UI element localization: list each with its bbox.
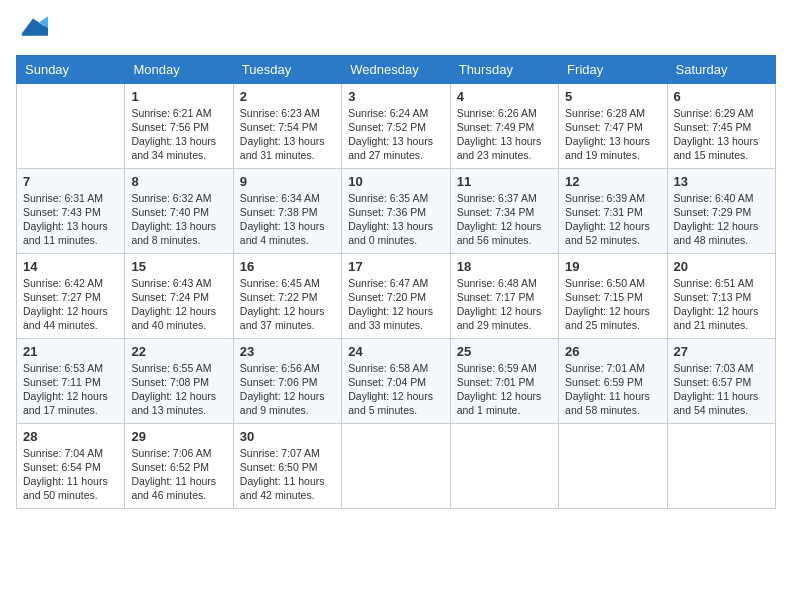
calendar-cell: 27Sunrise: 7:03 AMSunset: 6:57 PMDayligh… <box>667 338 775 423</box>
page-header <box>16 16 776 45</box>
calendar-cell: 8Sunrise: 6:32 AMSunset: 7:40 PMDaylight… <box>125 168 233 253</box>
calendar-table: SundayMondayTuesdayWednesdayThursdayFrid… <box>16 55 776 509</box>
week-row-2: 7Sunrise: 6:31 AMSunset: 7:43 PMDaylight… <box>17 168 776 253</box>
calendar-cell <box>17 83 125 168</box>
day-info: Sunrise: 6:50 AMSunset: 7:15 PMDaylight:… <box>565 276 660 333</box>
day-header-thursday: Thursday <box>450 55 558 83</box>
day-info: Sunrise: 6:59 AMSunset: 7:01 PMDaylight:… <box>457 361 552 418</box>
day-header-wednesday: Wednesday <box>342 55 450 83</box>
calendar-cell <box>667 423 775 508</box>
calendar-cell: 26Sunrise: 7:01 AMSunset: 6:59 PMDayligh… <box>559 338 667 423</box>
day-number: 24 <box>348 344 443 359</box>
day-header-friday: Friday <box>559 55 667 83</box>
calendar-cell: 5Sunrise: 6:28 AMSunset: 7:47 PMDaylight… <box>559 83 667 168</box>
day-number: 1 <box>131 89 226 104</box>
calendar-cell: 18Sunrise: 6:48 AMSunset: 7:17 PMDayligh… <box>450 253 558 338</box>
calendar-cell <box>342 423 450 508</box>
week-row-1: 1Sunrise: 6:21 AMSunset: 7:56 PMDaylight… <box>17 83 776 168</box>
day-info: Sunrise: 7:01 AMSunset: 6:59 PMDaylight:… <box>565 361 660 418</box>
day-info: Sunrise: 6:56 AMSunset: 7:06 PMDaylight:… <box>240 361 335 418</box>
day-info: Sunrise: 6:31 AMSunset: 7:43 PMDaylight:… <box>23 191 118 248</box>
calendar-cell: 6Sunrise: 6:29 AMSunset: 7:45 PMDaylight… <box>667 83 775 168</box>
day-number: 6 <box>674 89 769 104</box>
day-number: 25 <box>457 344 552 359</box>
day-info: Sunrise: 6:53 AMSunset: 7:11 PMDaylight:… <box>23 361 118 418</box>
day-info: Sunrise: 6:23 AMSunset: 7:54 PMDaylight:… <box>240 106 335 163</box>
day-info: Sunrise: 6:39 AMSunset: 7:31 PMDaylight:… <box>565 191 660 248</box>
day-info: Sunrise: 6:26 AMSunset: 7:49 PMDaylight:… <box>457 106 552 163</box>
calendar-cell <box>450 423 558 508</box>
day-info: Sunrise: 6:42 AMSunset: 7:27 PMDaylight:… <box>23 276 118 333</box>
day-info: Sunrise: 6:32 AMSunset: 7:40 PMDaylight:… <box>131 191 226 248</box>
calendar-cell: 28Sunrise: 7:04 AMSunset: 6:54 PMDayligh… <box>17 423 125 508</box>
logo-text <box>16 16 48 45</box>
day-number: 27 <box>674 344 769 359</box>
calendar-cell: 20Sunrise: 6:51 AMSunset: 7:13 PMDayligh… <box>667 253 775 338</box>
day-header-sunday: Sunday <box>17 55 125 83</box>
day-number: 8 <box>131 174 226 189</box>
day-number: 22 <box>131 344 226 359</box>
day-number: 4 <box>457 89 552 104</box>
day-info: Sunrise: 7:07 AMSunset: 6:50 PMDaylight:… <box>240 446 335 503</box>
day-header-monday: Monday <box>125 55 233 83</box>
calendar-cell: 7Sunrise: 6:31 AMSunset: 7:43 PMDaylight… <box>17 168 125 253</box>
calendar-cell: 13Sunrise: 6:40 AMSunset: 7:29 PMDayligh… <box>667 168 775 253</box>
calendar-cell: 9Sunrise: 6:34 AMSunset: 7:38 PMDaylight… <box>233 168 341 253</box>
day-number: 7 <box>23 174 118 189</box>
calendar-cell: 15Sunrise: 6:43 AMSunset: 7:24 PMDayligh… <box>125 253 233 338</box>
calendar-cell: 4Sunrise: 6:26 AMSunset: 7:49 PMDaylight… <box>450 83 558 168</box>
day-info: Sunrise: 6:58 AMSunset: 7:04 PMDaylight:… <box>348 361 443 418</box>
calendar-header-row: SundayMondayTuesdayWednesdayThursdayFrid… <box>17 55 776 83</box>
day-number: 12 <box>565 174 660 189</box>
week-row-3: 14Sunrise: 6:42 AMSunset: 7:27 PMDayligh… <box>17 253 776 338</box>
day-number: 15 <box>131 259 226 274</box>
day-number: 30 <box>240 429 335 444</box>
day-number: 19 <box>565 259 660 274</box>
week-row-4: 21Sunrise: 6:53 AMSunset: 7:11 PMDayligh… <box>17 338 776 423</box>
day-info: Sunrise: 6:21 AMSunset: 7:56 PMDaylight:… <box>131 106 226 163</box>
day-number: 10 <box>348 174 443 189</box>
day-number: 20 <box>674 259 769 274</box>
day-info: Sunrise: 6:40 AMSunset: 7:29 PMDaylight:… <box>674 191 769 248</box>
day-number: 26 <box>565 344 660 359</box>
calendar-cell: 29Sunrise: 7:06 AMSunset: 6:52 PMDayligh… <box>125 423 233 508</box>
day-info: Sunrise: 7:04 AMSunset: 6:54 PMDaylight:… <box>23 446 118 503</box>
calendar-cell: 3Sunrise: 6:24 AMSunset: 7:52 PMDaylight… <box>342 83 450 168</box>
day-info: Sunrise: 6:28 AMSunset: 7:47 PMDaylight:… <box>565 106 660 163</box>
calendar-cell: 19Sunrise: 6:50 AMSunset: 7:15 PMDayligh… <box>559 253 667 338</box>
day-info: Sunrise: 7:03 AMSunset: 6:57 PMDaylight:… <box>674 361 769 418</box>
calendar-cell: 11Sunrise: 6:37 AMSunset: 7:34 PMDayligh… <box>450 168 558 253</box>
calendar-cell: 24Sunrise: 6:58 AMSunset: 7:04 PMDayligh… <box>342 338 450 423</box>
day-number: 3 <box>348 89 443 104</box>
calendar-cell: 14Sunrise: 6:42 AMSunset: 7:27 PMDayligh… <box>17 253 125 338</box>
day-info: Sunrise: 6:51 AMSunset: 7:13 PMDaylight:… <box>674 276 769 333</box>
day-info: Sunrise: 6:34 AMSunset: 7:38 PMDaylight:… <box>240 191 335 248</box>
day-info: Sunrise: 6:55 AMSunset: 7:08 PMDaylight:… <box>131 361 226 418</box>
day-info: Sunrise: 6:47 AMSunset: 7:20 PMDaylight:… <box>348 276 443 333</box>
calendar-cell: 22Sunrise: 6:55 AMSunset: 7:08 PMDayligh… <box>125 338 233 423</box>
day-number: 18 <box>457 259 552 274</box>
day-info: Sunrise: 6:43 AMSunset: 7:24 PMDaylight:… <box>131 276 226 333</box>
calendar-cell: 10Sunrise: 6:35 AMSunset: 7:36 PMDayligh… <box>342 168 450 253</box>
calendar-cell: 30Sunrise: 7:07 AMSunset: 6:50 PMDayligh… <box>233 423 341 508</box>
day-number: 16 <box>240 259 335 274</box>
calendar-cell: 2Sunrise: 6:23 AMSunset: 7:54 PMDaylight… <box>233 83 341 168</box>
day-info: Sunrise: 6:29 AMSunset: 7:45 PMDaylight:… <box>674 106 769 163</box>
day-number: 29 <box>131 429 226 444</box>
logo-icon <box>18 14 48 38</box>
calendar-cell: 16Sunrise: 6:45 AMSunset: 7:22 PMDayligh… <box>233 253 341 338</box>
day-info: Sunrise: 6:48 AMSunset: 7:17 PMDaylight:… <box>457 276 552 333</box>
day-number: 23 <box>240 344 335 359</box>
day-header-saturday: Saturday <box>667 55 775 83</box>
calendar-cell <box>559 423 667 508</box>
calendar-cell: 1Sunrise: 6:21 AMSunset: 7:56 PMDaylight… <box>125 83 233 168</box>
day-number: 5 <box>565 89 660 104</box>
day-number: 17 <box>348 259 443 274</box>
calendar-cell: 17Sunrise: 6:47 AMSunset: 7:20 PMDayligh… <box>342 253 450 338</box>
day-number: 21 <box>23 344 118 359</box>
day-number: 9 <box>240 174 335 189</box>
calendar-cell: 12Sunrise: 6:39 AMSunset: 7:31 PMDayligh… <box>559 168 667 253</box>
day-number: 13 <box>674 174 769 189</box>
day-info: Sunrise: 7:06 AMSunset: 6:52 PMDaylight:… <box>131 446 226 503</box>
day-info: Sunrise: 6:45 AMSunset: 7:22 PMDaylight:… <box>240 276 335 333</box>
